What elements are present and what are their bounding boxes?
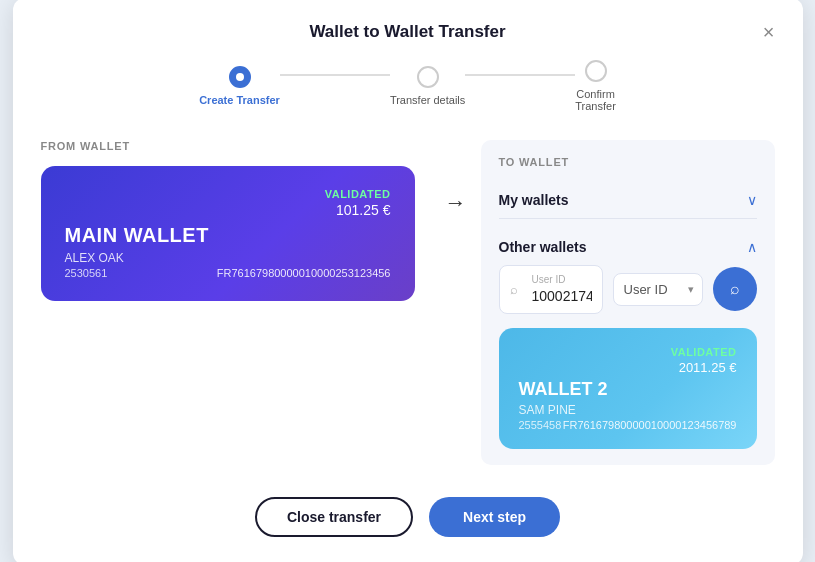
step-transfer-details: Transfer details	[390, 66, 465, 106]
result-wallet-name: WALLET 2	[519, 379, 737, 400]
user-id-field-wrap: ⌕ User ID	[499, 265, 603, 314]
arrow-separator: →	[431, 140, 481, 216]
result-wallet-card[interactable]: VALIDATED 2011.25 € WALLET 2 SAM PINE 25…	[499, 328, 757, 449]
from-wallet-amount: 101.25 €	[325, 202, 391, 218]
step-confirm-transfer: ConfirmTransfer	[575, 60, 616, 112]
close-icon[interactable]: ×	[763, 22, 775, 42]
to-section: TO WALLET My wallets ∨ Other wallets ∧ ⌕…	[481, 140, 775, 465]
search-type-dropdown[interactable]: User ID ▾	[613, 273, 703, 306]
step-label-1: Create Transfer	[199, 94, 280, 106]
from-wallet-iban: FR76167980000010000253123456	[217, 267, 391, 279]
search-button[interactable]: ⌕	[713, 267, 757, 311]
close-transfer-button[interactable]: Close transfer	[255, 497, 413, 537]
my-wallets-chevron: ∨	[747, 192, 757, 208]
content: FROM WALLET VALIDATED 101.25 € MAIN WALL…	[41, 140, 775, 465]
result-wallet-owner: SAM PINE	[519, 403, 737, 417]
search-field-icon: ⌕	[510, 282, 518, 297]
step-line-2	[465, 74, 575, 76]
dropdown-label: User ID	[624, 282, 668, 297]
search-row: ⌕ User ID User ID ▾ ⌕	[499, 265, 757, 314]
step-create-transfer: Create Transfer	[199, 66, 280, 106]
modal-header: Wallet to Wallet Transfer ×	[41, 22, 775, 42]
my-wallets-accordion[interactable]: My wallets ∨	[499, 182, 757, 218]
result-wallet-amount: 2011.25 €	[671, 360, 737, 375]
to-section-label: TO WALLET	[499, 156, 757, 168]
from-wallet-owner: ALEX OAK	[65, 251, 391, 265]
from-wallet-card: VALIDATED 101.25 € MAIN WALLET ALEX OAK …	[41, 166, 415, 301]
from-wallet-name: MAIN WALLET	[65, 224, 391, 247]
dropdown-chevron-icon: ▾	[688, 283, 694, 296]
other-wallets-chevron: ∧	[747, 239, 757, 255]
result-wallet-iban: FR76167980000010000123456789	[563, 419, 737, 431]
search-button-icon: ⌕	[730, 280, 740, 298]
footer: Close transfer Next step	[41, 497, 775, 537]
modal: Wallet to Wallet Transfer × Create Trans…	[13, 0, 803, 562]
from-wallet-status: VALIDATED	[325, 188, 391, 200]
arrow-right-icon: →	[445, 190, 467, 216]
step-line-1	[280, 74, 390, 76]
step-label-3: ConfirmTransfer	[575, 88, 616, 112]
from-card-right: VALIDATED 101.25 €	[325, 188, 391, 218]
next-step-button[interactable]: Next step	[429, 497, 560, 537]
from-section: FROM WALLET VALIDATED 101.25 € MAIN WALL…	[41, 140, 431, 301]
step-circle-2	[417, 66, 439, 88]
other-wallets-section: Other wallets ∧ ⌕ User ID User ID ▾	[499, 218, 757, 449]
result-wallet-status: VALIDATED	[671, 346, 737, 358]
stepper: Create Transfer Transfer details Confirm…	[41, 60, 775, 112]
step-circle-1	[229, 66, 251, 88]
step-circle-3	[585, 60, 607, 82]
my-wallets-label: My wallets	[499, 192, 569, 208]
from-card-top-row: VALIDATED 101.25 €	[65, 188, 391, 218]
step-label-2: Transfer details	[390, 94, 465, 106]
from-section-label: FROM WALLET	[41, 140, 415, 152]
other-wallets-label: Other wallets	[499, 239, 587, 255]
modal-title: Wallet to Wallet Transfer	[309, 22, 505, 42]
result-card-right: VALIDATED 2011.25 €	[671, 346, 737, 375]
result-card-top-row: VALIDATED 2011.25 €	[519, 346, 737, 375]
other-wallets-accordion[interactable]: Other wallets ∧	[499, 229, 757, 261]
user-id-field-label: User ID	[532, 274, 592, 285]
user-id-input[interactable]	[532, 288, 592, 304]
